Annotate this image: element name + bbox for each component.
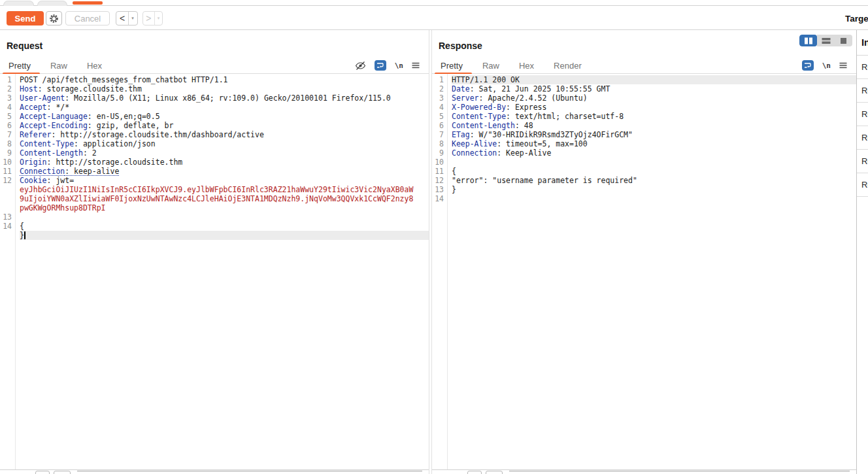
- line-number: 13: [0, 212, 12, 222]
- response-tabbar: PrettyRawHexRender \n: [432, 58, 856, 74]
- editor-line: 3User-Agent: Mozilla/5.0 (X11; Linux x86…: [0, 93, 429, 103]
- search-option-button[interactable]: [35, 471, 50, 474]
- back-chevron-icon: <: [116, 12, 129, 25]
- response-editor[interactable]: 1HTTP/1.1 200 OK2Date: Sat, 21 Jun 2025 …: [432, 74, 856, 470]
- layout-columns-button[interactable]: [799, 35, 817, 46]
- line-number: 13: [432, 185, 444, 194]
- tab-response-render[interactable]: Render: [554, 61, 582, 71]
- editor-line: 3Server: Apache/2.4.52 (Ubuntu): [432, 93, 856, 103]
- editor-line: 2Host: storage.cloudsite.thm: [0, 84, 429, 93]
- editor-line: 7Referer: http://storage.cloudsite.thm/d…: [0, 130, 429, 139]
- editor-line: 4X-Powered-By: Express: [432, 103, 856, 112]
- line-number: 2: [432, 84, 444, 93]
- search-option-button[interactable]: [467, 471, 482, 474]
- tab-response-raw[interactable]: Raw: [482, 61, 499, 71]
- editor-line: 14{: [0, 222, 429, 231]
- editor-line: 9Content-Length: 2: [0, 148, 429, 158]
- inspector-title: Inspector: [857, 30, 868, 56]
- line-number: 1: [432, 75, 444, 84]
- inspector-section-1[interactable]: Request attributes: [857, 56, 868, 79]
- inspector-section-5[interactable]: Request headers: [857, 150, 868, 173]
- response-title: Response: [439, 41, 482, 51]
- inspector-sidebar: Inspector Request attributesRequest quer…: [856, 30, 868, 474]
- search-input[interactable]: [509, 471, 850, 474]
- target-label: Target: [845, 14, 868, 24]
- editor-line: 4Accept: */*: [0, 103, 429, 112]
- line-number: 1: [0, 75, 12, 84]
- cancel-button[interactable]: Cancel: [65, 11, 110, 25]
- editor-line: eyJhbGciOiJIUzI1NiIsInR5cCI6IkpXVCJ9.eyJ…: [0, 185, 429, 194]
- editor-line: 9Connection: Keep-Alive: [432, 148, 856, 158]
- newline-icon: \n: [822, 61, 831, 70]
- single-layout-icon: [840, 37, 847, 44]
- search-input[interactable]: [77, 471, 422, 474]
- word-wrap-button[interactable]: [375, 60, 386, 71]
- editor-line: 9uIjoiYWN0aXZlIiwiaWF0IjoxNzUwNTAwNzc4LC…: [0, 194, 429, 203]
- line-number: 10: [0, 158, 12, 167]
- line-number: 8: [432, 139, 444, 148]
- editor-line: 10Origin: http://storage.cloudsite.thm: [0, 158, 429, 167]
- tab-request-raw[interactable]: Raw: [50, 61, 67, 71]
- request-tabbar: PrettyRawHex \n: [0, 58, 429, 74]
- editor-line: 5Content-Type: text/html; charset=utf-8: [432, 112, 856, 121]
- line-number: 5: [432, 112, 444, 121]
- text-cursor: [24, 231, 25, 239]
- inspector-section-4[interactable]: Request cookies: [857, 126, 868, 150]
- search-option-button[interactable]: [486, 471, 503, 474]
- line-number: 6: [432, 121, 444, 130]
- forward-dropdown-icon[interactable]: ▾: [155, 12, 162, 25]
- back-dropdown-icon[interactable]: ▾: [129, 12, 137, 25]
- response-panel: Response PrettyRawHexRender \n: [432, 30, 856, 474]
- repeater-tab-active-indicator[interactable]: [73, 1, 103, 5]
- inspector-section-6[interactable]: Response headers: [857, 173, 868, 197]
- hide-characters-button[interactable]: [355, 61, 366, 71]
- word-wrap-button[interactable]: [802, 60, 814, 71]
- rows-layout-icon: [822, 37, 831, 44]
- send-settings-button[interactable]: [46, 11, 62, 25]
- line-number: 10: [432, 158, 444, 167]
- line-number: 12: [432, 176, 444, 185]
- show-newlines-button[interactable]: \n: [822, 61, 831, 70]
- editor-menu-button[interactable]: [839, 62, 847, 69]
- editor-line: 8Keep-Alive: timeout=5, max=100: [432, 139, 856, 148]
- columns-layout-icon: [804, 37, 813, 44]
- line-number: [0, 194, 12, 203]
- send-button[interactable]: Send: [7, 11, 44, 25]
- search-option-button[interactable]: [54, 471, 71, 474]
- editor-line: 5Accept-Language: en-US,en;q=0.5: [0, 112, 429, 121]
- line-number: 8: [0, 139, 12, 148]
- tab-response-pretty[interactable]: Pretty: [441, 61, 463, 71]
- line-number: 4: [0, 103, 12, 112]
- line-number: 6: [0, 121, 12, 130]
- line-number: 7: [432, 130, 444, 139]
- line-number: [0, 185, 12, 194]
- line-number: 12: [0, 176, 12, 185]
- line-number: 9: [432, 148, 444, 158]
- forward-button[interactable]: > ▾: [142, 11, 163, 25]
- layout-rows-button[interactable]: [817, 35, 835, 46]
- request-panel: Request PrettyRawHex: [0, 30, 429, 474]
- line-number: 3: [432, 93, 444, 103]
- eye-off-icon: [355, 61, 366, 71]
- line-number: 4: [432, 103, 444, 112]
- show-newlines-button[interactable]: \n: [395, 61, 403, 70]
- request-editor[interactable]: 1POST /api/fetch_messeges_from_chatbot H…: [0, 74, 429, 470]
- tab-response-hex[interactable]: Hex: [519, 61, 534, 71]
- tab-request-hex[interactable]: Hex: [87, 61, 102, 71]
- inspector-section-3[interactable]: Request body parameters: [857, 103, 868, 126]
- editor-line: 11Connection: keep-alive: [0, 167, 429, 176]
- back-button[interactable]: < ▾: [116, 11, 138, 25]
- editor-line: }: [0, 231, 429, 240]
- tab-request-pretty[interactable]: Pretty: [8, 61, 31, 71]
- line-number: 14: [0, 222, 12, 231]
- inspector-section-2[interactable]: Request query parameters: [857, 79, 868, 103]
- line-number: [0, 203, 12, 212]
- editor-line: 13}: [432, 185, 856, 194]
- request-title: Request: [7, 41, 42, 51]
- editor-menu-button[interactable]: [412, 62, 420, 69]
- layout-single-button[interactable]: [835, 35, 852, 46]
- editor-line: 7ETag: W/"30-HRIDikR9Rsmd3ZTyOjz4OFirGCM…: [432, 130, 856, 139]
- hamburger-menu-icon: [412, 62, 420, 69]
- gear-icon: [49, 14, 59, 24]
- word-wrap-icon: [804, 62, 811, 69]
